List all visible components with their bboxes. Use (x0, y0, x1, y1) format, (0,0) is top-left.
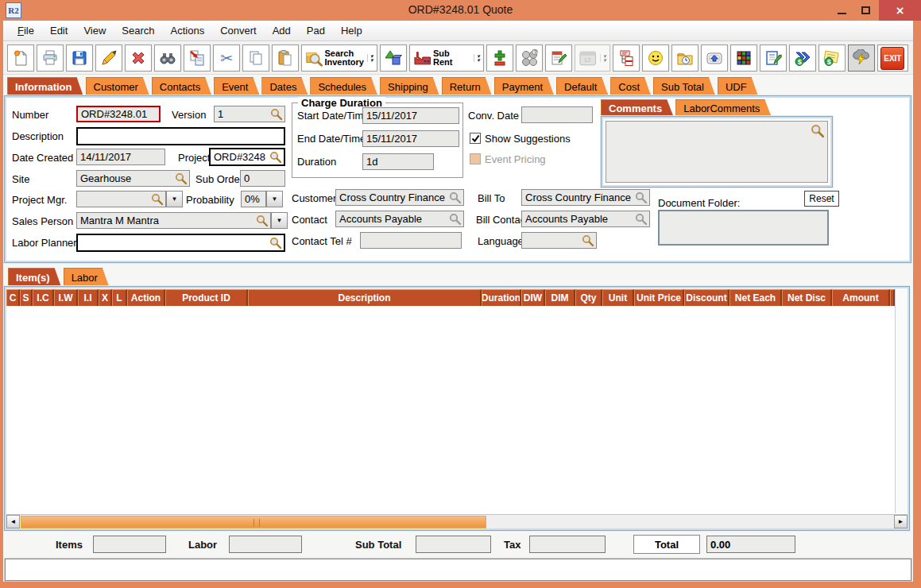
menu-file[interactable]: File (10, 21, 42, 40)
project-mgr-dropdown-button[interactable]: ▼ (166, 191, 183, 207)
bill-to-field[interactable]: Cross Country Finance (521, 189, 650, 206)
event-pricing-checkbox[interactable] (470, 153, 481, 164)
language-field[interactable] (521, 232, 597, 249)
show-suggestions-checkbox[interactable] (470, 133, 481, 144)
tab-schedules[interactable]: Schedules (310, 77, 377, 95)
tab-customer[interactable]: Customer (86, 77, 149, 95)
col-c[interactable]: C (6, 289, 20, 306)
col-action[interactable]: Action (127, 289, 165, 306)
print-button[interactable] (37, 44, 64, 72)
convert-rates-button[interactable]: $ (789, 44, 816, 72)
new-order-button[interactable] (7, 44, 34, 72)
copy-button[interactable] (242, 44, 269, 72)
probability-field[interactable]: 0% (241, 191, 266, 207)
delete-button[interactable] (125, 44, 152, 72)
col-duration[interactable]: Duration (482, 289, 521, 306)
col-iw[interactable]: I.W (54, 289, 78, 306)
tab-shipping[interactable]: Shipping (380, 77, 439, 95)
duration-field[interactable]: 1d (362, 153, 434, 170)
col-l[interactable]: L (112, 289, 127, 306)
find-button[interactable] (154, 44, 181, 72)
col-discount[interactable]: Discount (684, 289, 729, 306)
project-search-icon[interactable] (269, 151, 282, 164)
contact-search-icon[interactable] (449, 213, 462, 226)
bill-to-search-icon[interactable] (635, 191, 648, 204)
scroll-left-button[interactable]: ◄ (6, 515, 20, 528)
comments-search-icon[interactable] (811, 124, 825, 138)
maximize-button[interactable] (852, 0, 879, 21)
col-unit-price[interactable]: Unit Price (634, 289, 684, 306)
sales-person-dropdown-button[interactable]: ▼ (271, 212, 288, 229)
probability-dropdown-button[interactable]: ▼ (266, 191, 283, 207)
sub-rent-spinner-icon[interactable]: ▾▾ (474, 54, 480, 62)
col-x[interactable]: X (99, 289, 112, 306)
save-button[interactable] (66, 44, 93, 72)
col-amount[interactable]: Amount (832, 289, 890, 306)
col-description[interactable]: Description (248, 289, 482, 306)
minimize-button[interactable] (828, 0, 855, 21)
sales-person-field[interactable]: Mantra M Mantra (76, 212, 271, 229)
customer-search-icon[interactable] (449, 191, 462, 204)
version-search-icon[interactable] (270, 108, 283, 121)
site-search-icon[interactable] (175, 172, 188, 185)
close-button[interactable]: × (879, 0, 921, 21)
feedback-button[interactable] (642, 44, 669, 72)
sub-rent-button[interactable]: Sub Rent ▾▾ (409, 44, 484, 72)
bill-contact-field[interactable]: Accounts Payable (521, 211, 650, 227)
col-unit[interactable]: Unit (602, 289, 634, 306)
contact-field[interactable]: Accounts Payable (335, 211, 464, 227)
cut-button[interactable]: ✂ (213, 44, 240, 72)
exit-button[interactable]: EXIT (877, 44, 908, 72)
col-dim[interactable]: DIM (545, 289, 575, 306)
search-inventory-spinner-icon[interactable]: ▾▾ (367, 54, 373, 62)
tab-payment[interactable]: Payment (494, 77, 554, 95)
hierarchy-button[interactable] (613, 44, 640, 72)
end-date-field[interactable]: 15/11/2017 (362, 130, 459, 147)
quick-actions-button[interactable] (848, 44, 875, 72)
menu-edit[interactable]: Edit (42, 21, 75, 40)
tab-information[interactable]: Information (7, 77, 83, 95)
availability-button[interactable]: ? (516, 44, 543, 72)
menu-view[interactable]: View (75, 21, 114, 40)
calendar-button[interactable]: 12 ▾▾ (575, 44, 610, 72)
language-search-icon[interactable] (582, 234, 594, 247)
number-field[interactable]: ORD#3248.01 (76, 106, 161, 122)
copy-order-button[interactable] (184, 44, 211, 72)
grid-horizontal-scrollbar[interactable]: ◄ ► (6, 514, 907, 528)
history-button[interactable] (671, 44, 698, 72)
col-diw[interactable]: DIW (521, 289, 545, 306)
scroll-right-button[interactable]: ► (894, 515, 907, 528)
tab-return[interactable]: Return (442, 77, 492, 95)
col-net-each[interactable]: Net Each (729, 289, 782, 306)
tab-cost[interactable]: Cost (610, 77, 651, 95)
col-s[interactable]: S (20, 289, 33, 306)
version-field[interactable]: 1 (214, 106, 285, 122)
conv-date-field[interactable] (521, 106, 593, 123)
menu-pad[interactable]: Pad (299, 21, 333, 40)
project-mgr-search-icon[interactable] (151, 193, 164, 206)
document-folder-box[interactable] (658, 210, 829, 246)
tab-event[interactable]: Event (214, 77, 259, 95)
menu-help[interactable]: Help (333, 21, 370, 40)
contact-tel-field[interactable] (360, 232, 462, 249)
project-mgr-field[interactable] (76, 191, 166, 207)
worksheet-button[interactable] (760, 44, 787, 72)
tab-labor-comments[interactable]: LaborComments (675, 99, 771, 116)
site-field[interactable]: Gearhouse (76, 170, 190, 187)
menu-search[interactable]: Search (114, 21, 162, 40)
col-product-id[interactable]: Product ID (165, 289, 248, 306)
bill-contact-search-icon[interactable] (635, 213, 648, 226)
tab-items[interactable]: Item(s) (8, 268, 61, 286)
project-field[interactable]: ORD#3248 (209, 148, 285, 166)
tab-udf[interactable]: UDF (718, 77, 758, 95)
shortcut-button[interactable] (701, 44, 728, 72)
comments-textarea[interactable] (606, 121, 828, 183)
col-ii[interactable]: I.I (78, 289, 99, 306)
menu-actions[interactable]: Actions (163, 21, 213, 40)
col-qty[interactable]: Qty (575, 289, 602, 306)
customer-field[interactable]: Cross Country Finance (335, 189, 464, 206)
sub-orders-field[interactable]: 0 (240, 170, 285, 187)
scrollbar-thumb[interactable] (21, 516, 486, 528)
date-created-field[interactable]: 14/11/2017 (76, 149, 165, 165)
start-date-field[interactable]: 15/11/2017 (362, 107, 459, 124)
